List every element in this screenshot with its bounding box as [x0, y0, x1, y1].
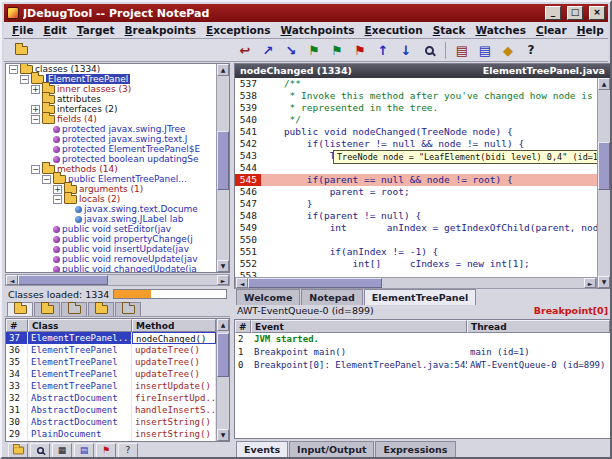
classes-view-tab[interactable]: [7, 302, 33, 316]
line-number[interactable]: 544: [235, 162, 261, 174]
line-number[interactable]: 547: [235, 198, 261, 210]
tree-item-method[interactable]: public void changedUpdate(ja: [6, 264, 216, 272]
stack-row[interactable]: 37ElementTreePanel...nodeChanged(): [6, 332, 216, 344]
tree-item-inner-classes[interactable]: +inner classes (3): [6, 84, 216, 94]
tree-item-method[interactable]: public void removeUpdate(jav: [6, 254, 216, 264]
menu-help[interactable]: Help: [572, 23, 609, 37]
printer-grid-icon[interactable]: ▦: [52, 443, 72, 458]
threads-view-tab[interactable]: [34, 302, 60, 316]
scroll-left-icon[interactable]: ◄: [236, 278, 248, 288]
collapse-handle-icon[interactable]: −: [31, 115, 40, 124]
tree-item-methods[interactable]: −methods (14): [6, 164, 216, 174]
tab-input-output[interactable]: Input/Output: [289, 441, 374, 457]
menu-watches[interactable]: Watches: [471, 23, 531, 37]
tree-item-constructor[interactable]: −public ElementTreePanel...: [6, 174, 216, 184]
line-number[interactable]: 541: [235, 126, 261, 138]
stack-row[interactable]: 30AbstractDocumentinsertString(): [6, 416, 216, 428]
tab-expressions[interactable]: Expressions: [375, 441, 455, 457]
line-number[interactable]: 540: [235, 114, 261, 126]
line-number[interactable]: 542: [235, 138, 261, 150]
tab-events[interactable]: Events: [236, 441, 288, 457]
breakpoint-line[interactable]: 545 if(parent == null && node != root) {: [235, 174, 597, 186]
collapse-handle-icon[interactable]: −: [31, 165, 40, 174]
menu-target[interactable]: Target: [72, 23, 120, 37]
scroll-right-icon[interactable]: ►: [584, 278, 596, 288]
step-over-arrow-icon[interactable]: ↘: [280, 40, 302, 60]
events-col-num[interactable]: #: [235, 320, 251, 333]
tree-item-method[interactable]: public void insertUpdate(jav: [6, 244, 216, 254]
tree-item-fields[interactable]: −fields (4): [6, 114, 216, 124]
tree-item-elementtreepanel[interactable]: −ElementTreePanel: [6, 74, 216, 84]
stack-row[interactable]: 35ElementTreePanelupdateTree(): [6, 356, 216, 368]
layers-icon[interactable]: ▤: [74, 443, 94, 458]
stack-row[interactable]: 29PlainDocumentinsertString(): [6, 428, 216, 440]
search-view-tab[interactable]: [88, 302, 114, 316]
line-number[interactable]: 550: [235, 234, 261, 246]
tree-item-local[interactable]: javax.swing.text.Docume: [6, 204, 216, 214]
search-button[interactable]: [30, 443, 50, 458]
stack-col-num[interactable]: #: [6, 319, 28, 332]
stop-flag-icon[interactable]: ⚑: [349, 40, 371, 60]
line-number[interactable]: 551: [235, 246, 261, 258]
step-into-arrow-icon[interactable]: ↗: [257, 40, 279, 60]
title-bar[interactable]: JDebugTool -- Project NotePad _ □ ×: [4, 4, 608, 22]
undo-arrow-icon[interactable]: ↩: [234, 40, 256, 60]
tree-item-field[interactable]: protected javax.swing.JTree: [6, 124, 216, 134]
run-to-cursor-flag-icon[interactable]: ⚑: [326, 40, 348, 60]
line-number[interactable]: 552: [235, 258, 261, 270]
tab-elementtreepanel[interactable]: ElementTreePanel: [364, 289, 476, 305]
menu-file[interactable]: File: [7, 23, 39, 37]
line-number[interactable]: 548: [235, 210, 261, 222]
tree-vertical-scrollbar[interactable]: ▲ ▼: [216, 64, 229, 272]
tree-item-field[interactable]: protected javax.swing.text.J: [6, 134, 216, 144]
stack-row[interactable]: 36ElementTreePanelupdateTree(): [6, 344, 216, 356]
tree-item-arguments[interactable]: +arguments (1): [6, 184, 216, 194]
scroll-thumb[interactable]: [598, 142, 610, 190]
tree-item-attributes[interactable]: attributes: [6, 94, 216, 104]
menu-edit[interactable]: Edit: [39, 23, 72, 37]
tree-item-locals[interactable]: −locals (2): [6, 194, 216, 204]
stack-down-arrow-icon[interactable]: ↓: [395, 40, 417, 60]
event-row[interactable]: 1Breakpoint main()main (id=1): [235, 346, 610, 359]
tree-item-method[interactable]: public void propertyChange(j: [6, 234, 216, 244]
line-number[interactable]: 538: [235, 90, 261, 102]
stack-row[interactable]: 32AbstractDocumentfireInsertUpd...: [6, 392, 216, 404]
stack-table[interactable]: # Class Method 37ElementTreePanel...node…: [6, 319, 216, 441]
tab-notepad[interactable]: Notepad: [301, 289, 362, 305]
close-button[interactable]: ×: [589, 6, 605, 20]
stack-col-method[interactable]: Method: [132, 319, 216, 332]
collapse-handle-icon[interactable]: −: [42, 175, 51, 184]
expand-handle-icon[interactable]: +: [31, 85, 40, 94]
stack-row[interactable]: 31AbstractDocumenthandleInsertS...: [6, 404, 216, 416]
collapse-handle-icon[interactable]: −: [20, 75, 29, 84]
line-number[interactable]: 549: [235, 222, 261, 234]
scroll-down-icon[interactable]: ▼: [217, 260, 229, 272]
scroll-up-icon[interactable]: ▲: [598, 78, 610, 90]
scroll-up-icon[interactable]: ▲: [217, 319, 229, 331]
stack-row[interactable]: 28: [6, 440, 216, 441]
minimize-button[interactable]: _: [545, 6, 561, 20]
scroll-thumb[interactable]: [248, 278, 382, 288]
source-vertical-scrollbar[interactable]: ▲ ▼: [597, 78, 610, 288]
event-row[interactable]: 2JVM started.: [235, 333, 610, 346]
scroll-thumb[interactable]: [18, 275, 108, 285]
line-number[interactable]: 543: [235, 150, 261, 162]
flag-red-icon[interactable]: ⚑: [96, 443, 116, 458]
menu-breakpoints[interactable]: Breakpoints: [120, 23, 201, 37]
scroll-down-icon[interactable]: ▼: [217, 429, 229, 441]
scroll-thumb[interactable]: [217, 333, 229, 377]
tree-horizontal-scrollbar[interactable]: ◄ ►: [5, 274, 230, 286]
maximize-button[interactable]: □: [567, 6, 583, 20]
tab-welcome[interactable]: Welcome: [236, 289, 300, 305]
tree-item-local[interactable]: javax.swing.JLabel lab: [6, 214, 216, 224]
menu-exceptions[interactable]: Exceptions: [201, 23, 275, 37]
stack-row[interactable]: 33ElementTreePanelinsertUpdate(): [6, 380, 216, 392]
collapse-handle-icon[interactable]: −: [9, 65, 18, 74]
scroll-left-icon[interactable]: ◄: [6, 275, 18, 285]
tree-item-field[interactable]: protected ElementTreePanel$E: [6, 144, 216, 154]
library-book-red-icon[interactable]: ▤: [451, 40, 473, 60]
files-view-tab[interactable]: [61, 302, 87, 316]
stack-up-arrow-icon[interactable]: ↑: [372, 40, 394, 60]
scroll-thumb[interactable]: [217, 131, 229, 190]
tree-item-method[interactable]: public void setEditor(jav: [6, 224, 216, 234]
